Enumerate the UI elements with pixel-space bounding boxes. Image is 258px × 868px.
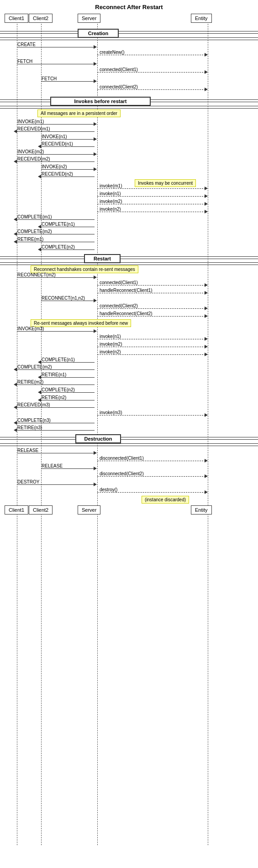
arrowhead-complete-m2-restart: [14, 368, 17, 371]
label-destroy-entity: destroy(): [100, 487, 117, 492]
arrow-retire-n3: [17, 430, 95, 431]
arrow-invoke-n2-restart: [97, 354, 205, 355]
arrowhead-invoke-m3-entity: [205, 413, 208, 417]
arrow-invoke-m1-entity: [97, 188, 205, 189]
arrow-reconnect-n1n2: [41, 301, 95, 301]
arrow-invoke-m2-restart: [97, 347, 205, 347]
arrowhead-createnew: [205, 53, 208, 57]
label-received-m3: RECEIVED(m3): [17, 402, 50, 407]
separator-destruction-bottom: [0, 443, 258, 446]
arrow-retire-m2: [17, 385, 95, 385]
label-connected2: connected(Client2): [100, 84, 138, 89]
arrow-invoke-m1: [17, 124, 95, 125]
arrowhead-invoke-m1: [94, 122, 97, 126]
arrowhead-reconnect-n1n2: [94, 299, 97, 302]
actor-server-bottom: Server: [78, 505, 100, 515]
arrowhead-complete-n2: [38, 248, 41, 251]
label-invoke-n1-client: INVOKE(n1): [42, 134, 67, 139]
label-retire-n3: RETIRE(n3): [17, 425, 42, 430]
separator-destruction-top: [0, 437, 258, 440]
label-complete-m2: COMPLETE(m2): [17, 229, 52, 234]
arrowhead-invoke-m2-entity: [205, 202, 208, 206]
arrow-create: [17, 47, 95, 47]
arrow-invoke-n1-client: [41, 139, 95, 140]
section-destruction: Destruction: [75, 434, 121, 443]
label-complete-n2-restart: COMPLETE(n2): [42, 387, 75, 392]
arrow-complete-m1: [17, 219, 95, 220]
label-reconnect-n1n2: RECONNECT(n1,n2): [42, 296, 85, 301]
arrowhead-destroy-entity: [205, 490, 208, 494]
actor-client2-bottom: Client2: [29, 505, 53, 515]
label-fetch1: FETCH: [17, 59, 32, 64]
arrow-invoke-n1-restart: [97, 339, 205, 339]
label-handlereconnect-c1: handleReconnect(Client1): [100, 288, 153, 293]
label-received-m2: RECEIVED(m2): [17, 156, 50, 161]
label-invoke-m2-entity: invoke(m2): [100, 199, 122, 204]
arrowhead-destroy: [94, 483, 97, 486]
arrow-received-n2: [41, 177, 95, 177]
arrow-retire-m1: [17, 242, 95, 242]
label-complete-n2: COMPLETE(n2): [42, 244, 75, 249]
arrow-complete-m2: [17, 234, 95, 234]
arrowhead-connected2: [205, 88, 208, 91]
arrowhead-complete-n3: [14, 421, 17, 425]
arrowhead-received-n1: [38, 145, 41, 148]
arrow-handlereconnect-c1: [97, 293, 205, 293]
label-invoke-n1-restart: invoke(n1): [100, 334, 121, 339]
label-connected-c2-restart: connected(Client2): [100, 303, 138, 308]
label-create: CREATE: [17, 42, 36, 47]
arrowhead-received-n2: [38, 175, 41, 178]
label-reconnect-m2: RECONNECT(m2): [17, 272, 56, 277]
arrow-complete-m2-restart: [17, 369, 95, 370]
arrowhead-complete-n1: [38, 225, 41, 229]
arrowhead-disconnected-c1: [205, 459, 208, 463]
label-received-m1: RECEIVED(m1): [17, 126, 50, 131]
label-handlereconnect-c2: handleReconnect(Client2): [100, 311, 153, 316]
arrowhead-retire-n1: [38, 375, 41, 379]
arrowhead-retire-m2: [14, 383, 17, 386]
arrowhead-retire-n2: [38, 398, 41, 402]
separator-restart-top: [0, 256, 258, 259]
arrowhead-complete-n1-restart: [38, 360, 41, 364]
label-retire-m1: RETIRE(m1): [17, 237, 43, 242]
separator-restart-bottom: [0, 262, 258, 265]
arrow-disconnected-c1: [97, 461, 205, 461]
arrowhead-complete-m2: [14, 232, 17, 236]
label-invoke-n2-entity: invoke(n2): [100, 207, 121, 212]
label-invoke-m3: INVOKE(m3): [17, 326, 44, 331]
arrow-invoke-n2-client: [41, 169, 95, 170]
arrow-connected1: [97, 72, 205, 73]
arrowhead-handlereconnect-c1: [205, 291, 208, 295]
actor-entity-top: Entity: [191, 14, 212, 23]
arrow-createnew: [97, 55, 205, 55]
arrow-connected-c1-restart: [97, 285, 205, 286]
arrow-complete-n2-restart: [41, 392, 95, 393]
label-complete-n1: COMPLETE(n1): [42, 222, 75, 227]
arrow-handlereconnect-c2: [97, 316, 205, 317]
section-creation: Creation: [78, 29, 119, 38]
arrowhead-invoke-n2-client: [94, 167, 97, 171]
lifeline-client2: [41, 24, 42, 845]
note-persistent-order: All messages are in a persistent order: [37, 109, 121, 117]
arrow-connected2: [97, 89, 205, 90]
note-resent-before-new: Re-sent messages always invoked before n…: [31, 319, 131, 327]
arrowhead-invoke-m2: [94, 152, 97, 156]
lifeline-client1: [17, 24, 17, 845]
arrowhead-reconnect-m2: [94, 275, 97, 279]
arrow-received-m2: [17, 161, 95, 162]
arrowhead-invoke-n2-restart: [205, 353, 208, 356]
label-release2: RELEASE: [42, 463, 63, 468]
label-invoke-m3-entity: invoke(m3): [100, 410, 122, 415]
arrow-complete-n2: [41, 249, 95, 250]
arrow-complete-n1-restart: [41, 362, 95, 363]
label-retire-n2: RETIRE(n2): [42, 395, 66, 400]
section-restart: Restart: [84, 254, 121, 263]
arrowhead-create: [94, 45, 97, 49]
arrowhead-invoke-m3: [94, 329, 97, 333]
label-received-n1: RECEIVED(n1): [42, 141, 73, 146]
arrow-destroy: [17, 484, 95, 485]
separator-invoke-bottom: [0, 106, 258, 109]
label-complete-n1-restart: COMPLETE(n1): [42, 357, 75, 362]
label-retire-n1: RETIRE(n1): [42, 372, 66, 377]
arrow-received-m1: [17, 131, 95, 132]
